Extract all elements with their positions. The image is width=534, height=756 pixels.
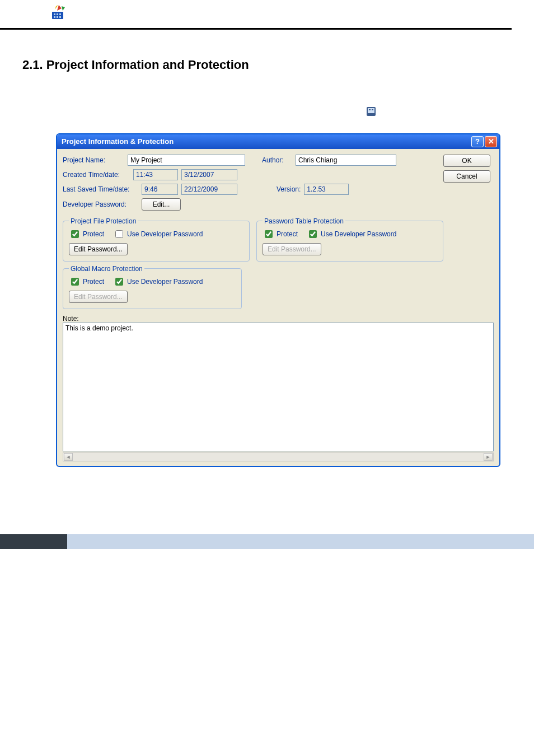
project-file-protection-group: Project File Protection Protect Use Deve… bbox=[63, 217, 250, 262]
svg-rect-4 bbox=[54, 16, 55, 18]
ok-button[interactable]: OK bbox=[443, 155, 490, 167]
page-header bbox=[0, 0, 512, 30]
cancel-button[interactable]: Cancel bbox=[443, 170, 490, 183]
note-textarea[interactable] bbox=[63, 323, 494, 451]
footer-bar bbox=[67, 534, 534, 549]
dialog-title: Project Information & Protection bbox=[62, 137, 470, 146]
version-field bbox=[304, 184, 349, 195]
gmp-edit-password-button: Edit Password... bbox=[69, 291, 128, 303]
svg-rect-6 bbox=[59, 16, 61, 18]
ptp-legend: Password Table Protection bbox=[263, 217, 345, 225]
header-accent bbox=[0, 0, 45, 28]
svg-rect-13 bbox=[369, 109, 371, 110]
created-label: Created Time/date: bbox=[63, 171, 130, 179]
gmp-legend: Global Macro Protection bbox=[69, 265, 144, 273]
pfp-usedev-checkbox[interactable]: Use Developer Password bbox=[113, 228, 203, 240]
svg-rect-3 bbox=[59, 13, 61, 15]
saved-date-field bbox=[181, 184, 237, 195]
svg-rect-14 bbox=[372, 109, 373, 110]
project-info-dialog: Project Information & Protection ? ✕ Pro… bbox=[56, 133, 500, 467]
svg-rect-5 bbox=[57, 16, 58, 18]
project-name-input[interactable] bbox=[128, 155, 245, 166]
svg-rect-1 bbox=[54, 13, 55, 15]
saved-time-field bbox=[142, 184, 178, 195]
project-name-label: Project Name: bbox=[63, 156, 124, 164]
pfp-legend: Project File Protection bbox=[69, 217, 138, 225]
password-table-protection-group: Password Table Protection Protect Use De… bbox=[256, 217, 443, 262]
version-label: Version: bbox=[277, 185, 301, 193]
ptp-protect-checkbox[interactable]: Protect bbox=[263, 228, 298, 240]
scroll-right-icon[interactable]: ► bbox=[484, 453, 493, 461]
pfp-protect-checkbox[interactable]: Protect bbox=[69, 228, 104, 240]
saved-label: Last Saved Time/date: bbox=[63, 185, 138, 193]
note-label: Note: bbox=[63, 315, 494, 323]
ptp-edit-password-button: Edit Password... bbox=[263, 243, 321, 255]
edit-dev-password-button[interactable]: Edit... bbox=[142, 198, 181, 211]
author-input[interactable] bbox=[296, 155, 396, 166]
scroll-left-icon[interactable]: ◄ bbox=[64, 453, 73, 461]
author-label: Author: bbox=[262, 156, 292, 164]
global-macro-protection-group: Global Macro Protection Protect Use Deve… bbox=[63, 265, 242, 309]
dialog-titlebar: Project Information & Protection ? ✕ bbox=[57, 134, 499, 149]
pfp-edit-password-button[interactable]: Edit Password... bbox=[69, 243, 128, 255]
close-button[interactable]: ✕ bbox=[485, 136, 497, 147]
gmp-protect-checkbox[interactable]: Protect bbox=[69, 276, 104, 287]
page-footer bbox=[0, 534, 534, 549]
footer-page-box bbox=[0, 534, 67, 549]
gmp-usedev-checkbox[interactable]: Use Developer Password bbox=[113, 276, 203, 287]
help-button[interactable]: ? bbox=[471, 136, 484, 147]
svg-rect-12 bbox=[368, 108, 374, 113]
created-time-field bbox=[133, 169, 178, 180]
section-heading: 2.1. Project Information and Protection bbox=[22, 58, 534, 72]
svg-rect-2 bbox=[57, 13, 58, 15]
toolbar-icon-inline bbox=[366, 106, 376, 116]
dev-password-label: Developer Password: bbox=[63, 200, 138, 208]
note-hscrollbar[interactable]: ◄ ► bbox=[63, 452, 494, 461]
svg-rect-0 bbox=[52, 12, 63, 19]
header-logo-icon bbox=[50, 4, 67, 21]
created-date-field bbox=[181, 169, 237, 180]
ptp-usedev-checkbox[interactable]: Use Developer Password bbox=[307, 228, 396, 240]
